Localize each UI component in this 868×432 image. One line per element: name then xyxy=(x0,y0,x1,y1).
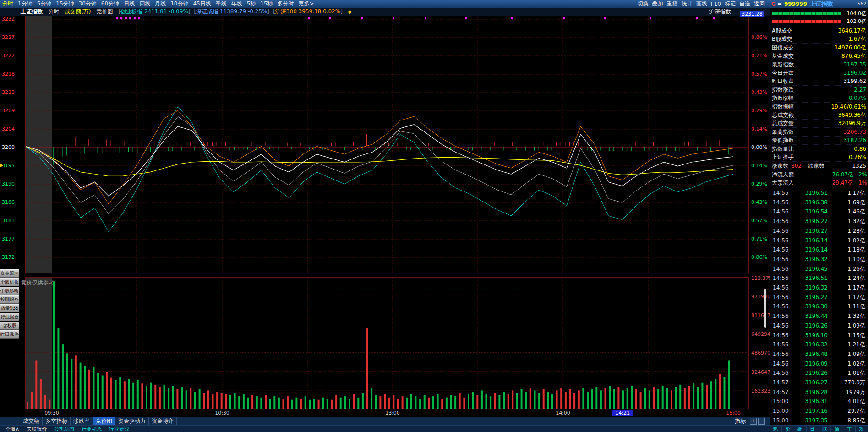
tool-标记[interactable]: 标记 xyxy=(723,0,737,8)
trade-price: 3196.32 xyxy=(795,340,828,349)
menu-item-30分钟[interactable]: 30分钟 xyxy=(76,0,99,8)
overlay-label[interactable]: 成交额(万) xyxy=(65,8,91,16)
field-value: 3649.36亿 xyxy=(838,111,866,119)
tool-F10[interactable]: F10 xyxy=(709,1,723,7)
panel-tab-筹[interactable]: 筹 xyxy=(856,426,868,432)
tool-叠加[interactable]: 叠加 xyxy=(650,0,665,8)
trade-row[interactable]: 14:563196.091.02亿 xyxy=(773,359,865,368)
trade-row[interactable]: 14:573196.281979万 xyxy=(773,388,865,397)
menu-item-5分钟[interactable]: 5分钟 xyxy=(35,0,54,8)
trade-row[interactable]: 14:563196.541.46亿 xyxy=(773,207,865,216)
panel-tab-主[interactable]: 主 xyxy=(843,426,856,432)
index-quote-沪深300[interactable]: [沪深300 3959.18 0.02%] xyxy=(273,8,343,15)
trade-row[interactable]: 14:563196.481.09亿 xyxy=(773,350,865,359)
menu-icon[interactable]: ≡ xyxy=(777,1,782,7)
indicator-tab-资金驱动力[interactable]: 资金驱动力 xyxy=(115,417,149,425)
menu-item-10分钟[interactable]: 10分钟 xyxy=(168,0,191,8)
panel-tab-价[interactable]: 价 xyxy=(782,426,794,432)
tool-统计[interactable]: 统计 xyxy=(680,0,694,8)
menu-item-5秒[interactable]: 5秒 xyxy=(245,0,258,8)
menu-item-日线[interactable]: 日线 xyxy=(121,0,137,8)
volume-axis-label: 113.3万 xyxy=(751,275,771,282)
menu-item-季线[interactable]: 季线 xyxy=(213,0,229,8)
indicator-tab-多空指标[interactable]: 多空指标 xyxy=(43,417,71,425)
quick-button-个股诊断[interactable]: 个股诊断 xyxy=(0,287,19,295)
menu-item-45日线[interactable]: 45日线 xyxy=(191,0,213,8)
menu-item-更多>[interactable]: 更多> xyxy=(296,0,317,8)
indicator-tab-涨跌率[interactable]: 涨跌率 xyxy=(71,417,93,425)
menu-item-15秒[interactable]: 15秒 xyxy=(258,0,275,8)
indicator-tab-成交额[interactable]: 成交额 xyxy=(20,417,43,425)
trade-row[interactable]: 14:563196.321.10亿 xyxy=(773,255,865,264)
trade-row[interactable]: 14:563196.141.18亿 xyxy=(773,245,865,254)
trade-row[interactable]: 14:563196.451.26亿 xyxy=(773,264,865,273)
symbol-label[interactable]: 上证指数 xyxy=(21,8,43,16)
view-mode-tab[interactable]: 分时 xyxy=(48,8,59,16)
intraday-volume-chart[interactable] xyxy=(25,277,749,409)
index-quote-深证成指[interactable]: [深证成指 11389.79 -0.25%] xyxy=(194,8,269,15)
menu-item-15分钟[interactable]: 15分钟 xyxy=(54,0,76,8)
field-value: 0.86 xyxy=(854,145,866,153)
indicator-tab-资金博弈[interactable]: 资金博弈 xyxy=(149,417,177,425)
trade-row[interactable]: 15:003197.1629.7亿 xyxy=(773,406,865,416)
quick-button-昨日涨停[interactable]: 昨日涨停 xyxy=(0,330,19,339)
quick-button-个股研报[interactable]: 个股研报 xyxy=(0,278,19,286)
trade-row[interactable]: 14:563196.271.28亿 xyxy=(773,226,865,235)
bottom-link-行业动态[interactable]: 行业动态 xyxy=(78,426,105,432)
bottom-link-行业研究[interactable]: 行业研究 xyxy=(105,426,133,432)
panel-tab-笔[interactable]: 笔 xyxy=(770,426,782,432)
zoom-out-button[interactable]: - xyxy=(758,418,765,425)
trade-row[interactable]: 14:563196.321.21亿 xyxy=(773,340,865,349)
menu-item-分时[interactable]: 分时 xyxy=(0,0,16,8)
trade-row[interactable]: 14:563196.321.17亿 xyxy=(773,283,865,292)
trade-row[interactable]: 14:563196.381.69亿 xyxy=(773,198,865,207)
g-icon[interactable]: G xyxy=(771,1,776,7)
tool-切换[interactable]: 切换 xyxy=(636,0,650,8)
trade-row[interactable]: 15:003197.358.85亿 xyxy=(773,416,865,425)
trade-row[interactable]: 14:563196.101.15亿 xyxy=(773,331,865,340)
scrollbar-thumb[interactable] xyxy=(764,289,766,328)
indicator-tab-竞价图[interactable]: 竞价图 xyxy=(93,417,115,425)
chart-area[interactable]: 3232322732223218321332093204320031953190… xyxy=(0,16,770,409)
menu-item-60分钟[interactable]: 60分钟 xyxy=(99,0,121,8)
trade-volume: 1.17亿 xyxy=(847,188,865,197)
trade-row[interactable]: 14:563196.511.24亿 xyxy=(773,273,865,283)
menu-item-1分钟[interactable]: 1分钟 xyxy=(16,0,35,8)
auction-view-tab[interactable]: 竞价图 xyxy=(96,8,113,16)
index-selector[interactable]: 沪深指数 xyxy=(709,8,731,16)
zoom-in-button[interactable]: + xyxy=(750,418,757,425)
trade-row[interactable]: 14:563196.261.09亿 xyxy=(773,321,865,330)
trade-row[interactable]: 14:563196.261.01亿 xyxy=(773,368,865,377)
quick-button-行业掘金[interactable]: 行业掘金 xyxy=(0,313,19,321)
tool-自选[interactable]: 自选 xyxy=(737,0,752,8)
tool-画线[interactable]: 画线 xyxy=(694,0,709,8)
menu-item-月线[interactable]: 月线 xyxy=(153,0,168,8)
trade-row[interactable]: 14:553196.511.17亿 xyxy=(773,188,865,197)
bottom-link-公司新闻[interactable]: 公司新闻 xyxy=(50,426,78,432)
trade-row[interactable]: 14:563196.441.32亿 xyxy=(773,312,865,321)
trade-row[interactable]: 14:563196.301.11亿 xyxy=(773,302,865,311)
intraday-price-chart[interactable] xyxy=(25,16,749,273)
trade-row[interactable]: 15:003196.314.01亿 xyxy=(773,397,865,406)
trade-row[interactable]: 14:573196.27770.0万 xyxy=(773,378,865,387)
trade-row[interactable]: 14:563196.271.32亿 xyxy=(773,217,865,226)
panel-tab-值[interactable]: 值 xyxy=(831,426,843,432)
quick-button-含权股[interactable]: 含权股 xyxy=(0,322,19,330)
menu-item-多分时[interactable]: 多分时 xyxy=(275,0,296,8)
panel-tab-日[interactable]: 日 xyxy=(807,426,819,432)
quick-button-资金流向[interactable]: 资金流向 xyxy=(0,269,19,278)
index-quote-创业板指[interactable]: [创业板指 2411.81 -0.09%] xyxy=(118,8,190,15)
menu-item-年线[interactable]: 年线 xyxy=(229,0,245,8)
trade-row[interactable]: 14:563196.141.02亿 xyxy=(773,236,865,245)
bottom-link-关联报价[interactable]: 关联报价 xyxy=(23,426,50,432)
trade-row[interactable]: 14:563196.271.17亿 xyxy=(773,293,865,302)
menu-item-周线[interactable]: 周线 xyxy=(137,0,153,8)
panel-tab-细[interactable]: 细 xyxy=(794,426,807,432)
indicator-label[interactable]: 指标 xyxy=(735,417,746,425)
tool-重播[interactable]: 重播 xyxy=(665,0,680,8)
bottom-link-个股∧[interactable]: 个股∧ xyxy=(2,426,23,432)
quick-button-放量935[interactable]: 放量935 xyxy=(0,304,19,312)
quick-button-投顾服务[interactable]: 投顾服务 xyxy=(0,295,19,304)
panel-tab-联[interactable]: 联 xyxy=(819,426,831,432)
tool-返回[interactable]: 返回 xyxy=(752,0,767,8)
